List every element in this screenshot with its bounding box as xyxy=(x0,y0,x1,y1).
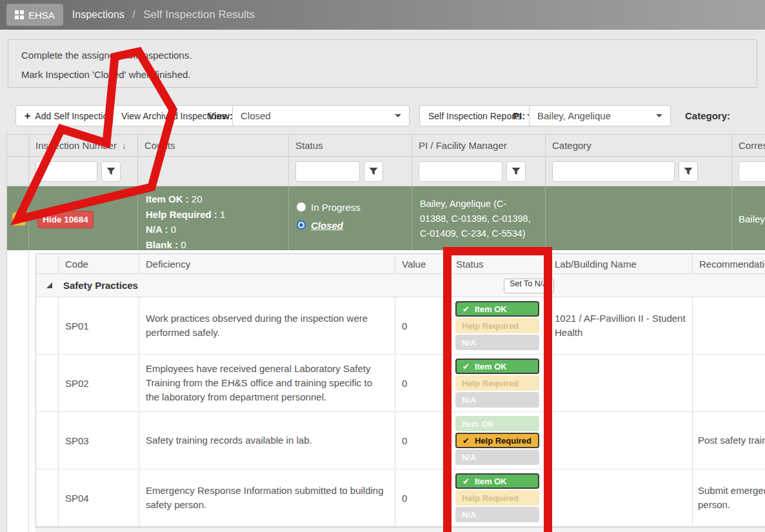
breadcrumb-section[interactable]: Inspections xyxy=(72,9,124,20)
status-cell: Item OK Help Required N/A xyxy=(446,469,550,526)
view-label: View: xyxy=(208,110,233,121)
value-cell: 0 xyxy=(395,297,446,354)
pi-filter-input[interactable] xyxy=(419,161,502,182)
plus-icon: + xyxy=(25,110,30,122)
master-category-cell xyxy=(546,186,732,252)
lab-building-cell xyxy=(550,355,693,411)
master-pi-cell: Bailey, Angelique (C-01388, C-01396, C-0… xyxy=(412,186,546,252)
view-select[interactable]: Closed xyxy=(232,105,410,126)
deficiency-row-sp04: SP04 Emergency Response Information subm… xyxy=(36,469,765,527)
item-ok-button[interactable]: Item OK xyxy=(455,473,539,489)
column-header-recommendation[interactable]: Recommendation xyxy=(693,254,765,273)
next-row-peek xyxy=(35,527,765,532)
detail-expander-header xyxy=(36,254,59,273)
reports-button-label: Self Inspection Reports xyxy=(428,111,522,121)
deficiency-grid: Code Deficiency Value Status Lab/Buildin… xyxy=(35,253,765,527)
deficiency-cell: Employees have received general Laborato… xyxy=(139,355,395,411)
row-expander-cell xyxy=(36,297,59,354)
set-to-na-button[interactable]: Set To N/A xyxy=(504,279,554,293)
ehsa-app-label: EHSA xyxy=(28,10,55,21)
view-select-value: Closed xyxy=(241,110,390,121)
deficiency-cell: Safety training records available in lab… xyxy=(139,412,395,469)
filter-cell-pi xyxy=(412,157,546,186)
filter-cell-expander xyxy=(7,157,29,186)
funnel-icon xyxy=(369,167,378,176)
count-help-required: Help Required : 1 xyxy=(146,207,288,222)
item-ok-button[interactable]: Item OK xyxy=(455,359,539,374)
help-required-button[interactable]: Help Required xyxy=(455,490,539,506)
inspection-number-filter-input[interactable] xyxy=(35,161,97,182)
master-corres-cell: Bailey, xyxy=(732,186,765,252)
column-header-category[interactable]: Category xyxy=(546,135,732,156)
corres-filter-input[interactable] xyxy=(739,161,765,182)
status-filter-button[interactable] xyxy=(364,161,383,182)
breadcrumb-separator: / xyxy=(132,9,135,20)
status-radio-in-progress[interactable]: In Progress xyxy=(297,198,412,216)
ehsa-app-button[interactable]: EHSA xyxy=(6,4,63,26)
value-cell: 0 xyxy=(395,412,446,469)
na-button[interactable]: N/A xyxy=(455,507,539,522)
value-cell: 0 xyxy=(395,469,446,526)
count-item-ok: Item OK : 20 xyxy=(146,192,288,207)
deficiency-cell: Emergency Response Information submitted… xyxy=(139,469,395,526)
code-cell: SP03 xyxy=(59,412,139,469)
item-ok-button[interactable]: Item OK xyxy=(455,416,539,431)
na-button[interactable]: N/A xyxy=(455,335,539,350)
status-radio-closed[interactable]: Closed xyxy=(297,216,412,234)
deficiency-row-sp03: SP03 Safety training records available i… xyxy=(36,412,765,469)
column-header-corres[interactable]: Corres xyxy=(732,135,765,156)
filter-cell-counts xyxy=(138,157,289,186)
column-header-value[interactable]: Value xyxy=(395,254,446,273)
pi-filter-button[interactable] xyxy=(506,161,526,182)
help-required-button[interactable]: Help Required xyxy=(455,375,539,391)
pi-select[interactable]: Bailey, Angelique xyxy=(529,105,671,126)
category-filter-button[interactable] xyxy=(679,161,698,182)
pi-select-value: Bailey, Angelique xyxy=(537,110,651,121)
instruction-line-1: Complete the assigned self inspections. xyxy=(21,50,744,61)
inspection-number-filter-button[interactable] xyxy=(101,161,121,182)
category-filter-input[interactable] xyxy=(552,161,675,182)
status-cell: Item OK Help Required N/A xyxy=(446,412,550,469)
category-label: Category: xyxy=(685,110,730,121)
filter-cell-category xyxy=(546,157,732,186)
caret-down-icon xyxy=(656,114,662,117)
column-header-code[interactable]: Code xyxy=(59,254,139,273)
deficiency-grid-header: Code Deficiency Value Status Lab/Buildin… xyxy=(36,254,765,273)
add-self-inspection-button[interactable]: + Add Self Inspection xyxy=(15,105,122,126)
group-collapse-icon[interactable] xyxy=(46,282,52,288)
na-button[interactable]: N/A xyxy=(455,392,539,408)
filter-cell-status xyxy=(289,157,412,186)
help-required-button[interactable]: Help Required xyxy=(455,433,539,448)
recommendation-cell: Post safety trainin xyxy=(693,412,765,469)
status-filter-input[interactable] xyxy=(295,161,360,182)
lab-building-cell: 1021 / AF-Pavillion II - Student Health xyxy=(550,297,693,354)
group-row-safety-practices: Safety Practices Set To N/A xyxy=(36,273,765,297)
row-expander-cell xyxy=(36,469,59,526)
recommendation-cell: Submit emergenc person. xyxy=(693,469,765,526)
lab-building-cell xyxy=(550,412,693,469)
recommendation-cell xyxy=(693,297,765,354)
funnel-icon xyxy=(512,167,521,176)
help-required-button[interactable]: Help Required xyxy=(455,318,539,333)
na-button[interactable]: N/A xyxy=(455,449,539,465)
column-header-pi-facility-manager[interactable]: PI / Facility Manager xyxy=(412,135,546,156)
status-cell: Item OK Help Required N/A xyxy=(446,355,550,411)
radio-unselected-icon xyxy=(297,202,306,212)
code-cell: SP04 xyxy=(59,469,139,526)
deficiency-row-sp01: SP01 Work practices observed during the … xyxy=(36,297,765,355)
value-cell: 0 xyxy=(395,355,446,411)
funnel-icon xyxy=(684,167,693,176)
column-header-counts[interactable]: Counts xyxy=(138,135,289,156)
column-header-lab-building[interactable]: Lab/Building Name xyxy=(550,254,693,273)
column-header-detail-status[interactable]: Status xyxy=(446,254,550,273)
column-header-status[interactable]: Status xyxy=(289,135,412,156)
hide-inspection-button[interactable]: Hide 10684 xyxy=(37,211,94,228)
grid-icon xyxy=(15,10,24,19)
column-header-inspection-number[interactable]: Inspection Number ↓ xyxy=(29,135,138,156)
instruction-line-2: Mark Inspection 'Closed' when finished. xyxy=(21,69,744,80)
collapse-row-button[interactable] xyxy=(12,212,26,226)
code-cell: SP01 xyxy=(59,297,139,354)
item-ok-button[interactable]: Item OK xyxy=(455,301,539,317)
column-header-deficiency[interactable]: Deficiency xyxy=(139,254,395,273)
pi-label: PI: xyxy=(513,110,525,121)
